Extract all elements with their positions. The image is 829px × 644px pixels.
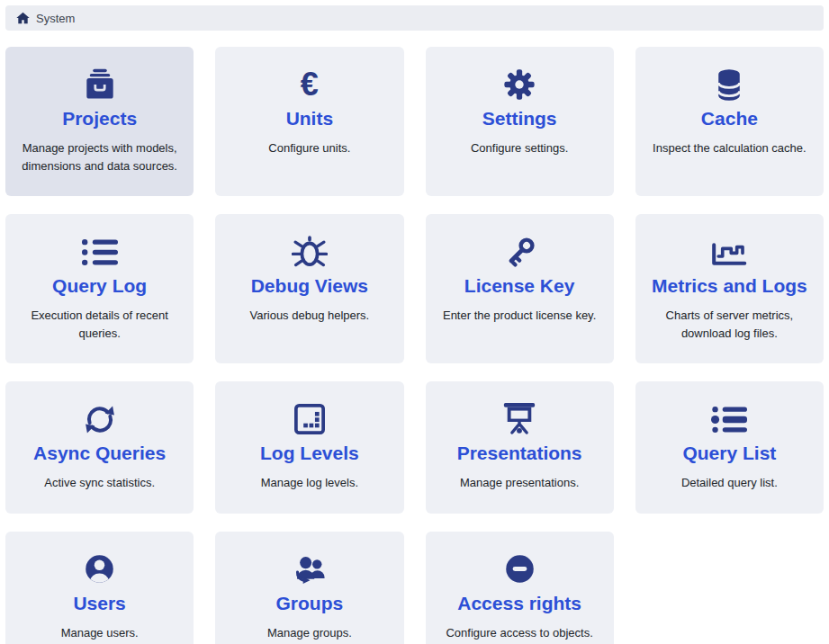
card-license-key[interactable]: License Key Enter the product license ke… bbox=[426, 214, 614, 363]
card-description: Configure settings. bbox=[438, 139, 601, 157]
card-title[interactable]: Settings bbox=[438, 108, 601, 130]
step-chart-icon bbox=[648, 234, 811, 270]
card-title[interactable]: Presentations bbox=[438, 443, 601, 464]
card-metrics-and-logs[interactable]: Metrics and Logs Charts of server metric… bbox=[635, 214, 824, 363]
card-title[interactable]: Projects bbox=[18, 108, 181, 130]
card-title[interactable]: Async Queries bbox=[18, 443, 181, 464]
euro-icon: € bbox=[228, 67, 391, 103]
breadcrumb-label: System bbox=[36, 12, 75, 25]
gear-icon bbox=[438, 67, 601, 103]
card-description: Manage projects with models, dimensions … bbox=[18, 139, 181, 174]
list-icon bbox=[18, 234, 181, 270]
card-title[interactable]: Query List bbox=[648, 443, 811, 464]
card-description: Configure access to objects. bbox=[438, 624, 601, 642]
card-query-log[interactable]: Query Log Execution details of recent qu… bbox=[5, 214, 194, 363]
card-title[interactable]: Log Levels bbox=[228, 443, 391, 464]
card-title[interactable]: Groups bbox=[228, 593, 391, 614]
card-presentations[interactable]: Presentations Manage presentations. bbox=[426, 381, 614, 514]
card-description: Configure units. bbox=[228, 139, 391, 157]
card-description: Active sync statistics. bbox=[18, 474, 181, 492]
database-icon bbox=[648, 67, 811, 103]
system-page: System Projects Manage projects with mod… bbox=[0, 0, 829, 644]
card-title[interactable]: Query Log bbox=[18, 275, 181, 297]
card-title[interactable]: Cache bbox=[648, 108, 811, 130]
card-debug-views[interactable]: Debug Views Various debug helpers. bbox=[215, 214, 403, 363]
card-projects[interactable]: Projects Manage projects with models, di… bbox=[5, 47, 194, 196]
card-description: Manage log levels. bbox=[228, 474, 391, 492]
bug-icon bbox=[228, 234, 391, 270]
sync-icon bbox=[18, 401, 181, 437]
archive-icon bbox=[18, 67, 181, 103]
card-description: Detailed query list. bbox=[648, 474, 811, 492]
card-access-rights[interactable]: Access rights Configure access to object… bbox=[426, 532, 614, 644]
user-circle-icon bbox=[18, 551, 181, 587]
card-cache[interactable]: Cache Inspect the calculation cache. bbox=[635, 47, 824, 196]
card-title[interactable]: Units bbox=[228, 108, 391, 130]
card-groups[interactable]: Groups Manage groups. bbox=[215, 532, 403, 644]
key-icon bbox=[438, 234, 601, 270]
card-description: Execution details of recent queries. bbox=[18, 307, 181, 342]
card-description: Manage groups. bbox=[228, 624, 391, 642]
card-title[interactable]: Metrics and Logs bbox=[648, 275, 811, 297]
card-grid: Projects Manage projects with models, di… bbox=[5, 47, 824, 644]
card-users[interactable]: Users Manage users. bbox=[5, 532, 194, 644]
card-title[interactable]: License Key bbox=[438, 275, 601, 297]
card-description: Manage presentations. bbox=[438, 474, 601, 492]
card-description: Manage users. bbox=[18, 624, 181, 642]
bar-chart-square-icon bbox=[228, 401, 391, 437]
card-description: Charts of server metrics, download log f… bbox=[648, 307, 811, 342]
card-title[interactable]: Users bbox=[18, 593, 181, 614]
card-description: Various debug helpers. bbox=[228, 307, 391, 325]
card-description: Enter the product license key. bbox=[438, 307, 601, 325]
card-settings[interactable]: Settings Configure settings. bbox=[426, 47, 614, 196]
home-icon[interactable] bbox=[16, 12, 30, 24]
presentation-icon bbox=[438, 401, 601, 437]
card-log-levels[interactable]: Log Levels Manage log levels. bbox=[215, 381, 403, 514]
card-title[interactable]: Access rights bbox=[438, 593, 601, 614]
users-icon bbox=[228, 551, 391, 587]
card-units[interactable]: € Units Configure units. bbox=[215, 47, 403, 196]
card-query-list[interactable]: Query List Detailed query list. bbox=[635, 381, 824, 514]
card-title[interactable]: Debug Views bbox=[228, 275, 391, 297]
minus-circle-icon bbox=[438, 551, 601, 587]
card-description: Inspect the calculation cache. bbox=[648, 139, 811, 157]
list-alt-icon bbox=[648, 401, 811, 437]
breadcrumb: System bbox=[5, 5, 824, 31]
card-async-queries[interactable]: Async Queries Active sync statistics. bbox=[5, 381, 194, 514]
